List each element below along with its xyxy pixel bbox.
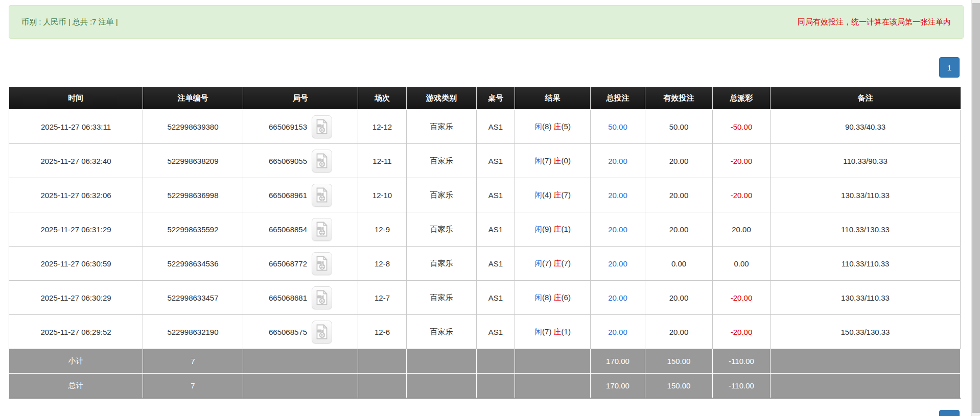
grand-total-empty-session	[358, 374, 407, 399]
video-file-icon	[315, 290, 329, 305]
cell-total-bet[interactable]: 20.00	[591, 178, 645, 212]
cell-round-number: 665069055	[243, 144, 358, 178]
cell-valid-bet: 20.00	[645, 212, 713, 247]
cell-table-number: AS1	[477, 110, 515, 144]
bet-record-row: 2025-11-27 06:32:06 522998636998 6650689…	[9, 178, 961, 212]
grand-total-label: 总计	[9, 374, 143, 399]
grand-total-empty-remark	[771, 374, 961, 399]
round-number-text: 665068575	[269, 328, 307, 336]
result-banker-label: 庄	[554, 327, 562, 336]
cell-total-bet[interactable]: 20.00	[591, 315, 645, 349]
col-remark: 备注	[771, 87, 961, 110]
cell-remark: 130.33/110.33	[771, 281, 961, 315]
cell-time: 2025-11-27 06:29:52	[9, 315, 143, 349]
video-file-icon	[315, 222, 329, 237]
cell-bet-number: 522998632190	[143, 315, 243, 349]
bet-record-row: 2025-11-27 06:30:59 522998634536 6650687…	[9, 247, 961, 281]
result-player-label: 闲	[534, 293, 542, 302]
video-replay-button[interactable]	[312, 286, 332, 309]
cell-remark: 110.33/130.33	[771, 212, 961, 247]
result-banker-score: (7)	[562, 190, 571, 199]
cell-time: 2025-11-27 06:33:11	[9, 110, 143, 144]
subtotal-empty-round	[243, 349, 358, 374]
cell-total-bet[interactable]: 20.00	[591, 281, 645, 315]
video-replay-button[interactable]	[312, 184, 332, 207]
result-player-score: (9)	[542, 225, 551, 233]
result-banker-label: 庄	[554, 156, 562, 165]
cell-total-bet[interactable]: 20.00	[591, 247, 645, 281]
cell-remark: 90.33/40.33	[771, 110, 961, 144]
cell-total-bet[interactable]: 50.00	[591, 110, 645, 144]
video-file-icon	[315, 256, 329, 271]
cell-valid-bet: 20.00	[645, 281, 713, 315]
cell-round-number: 665068575	[243, 315, 358, 349]
grand-total-empty-game	[407, 374, 477, 399]
pagination-page-1-top[interactable]: 1	[939, 57, 960, 78]
result-banker-label: 庄	[554, 122, 562, 131]
cell-valid-bet: 50.00	[645, 110, 713, 144]
cell-payout: -20.00	[713, 315, 771, 349]
subtotal-row: 小计 7 170.00 150.00 -110.00	[9, 349, 961, 374]
grand-total-count: 7	[143, 374, 243, 399]
subtotal-empty-game	[407, 349, 477, 374]
cell-round-number: 665068961	[243, 178, 358, 212]
vertical-scrollbar-thumb[interactable]	[972, 3, 980, 413]
cell-bet-number: 522998638209	[143, 144, 243, 178]
grand-total-row: 总计 7 170.00 150.00 -110.00	[9, 374, 961, 399]
cell-session: 12-7	[358, 281, 407, 315]
result-player-label: 闲	[534, 225, 542, 233]
result-banker-label: 庄	[554, 293, 562, 302]
round-number-text: 665069153	[269, 123, 307, 131]
bet-record-row: 2025-11-27 06:30:29 522998633457 6650686…	[9, 281, 961, 315]
subtotal-empty-table	[477, 349, 515, 374]
pagination-page-1-bottom[interactable]: 1	[939, 410, 960, 416]
grand-total-valid-bet: 150.00	[645, 374, 713, 399]
subtotal-empty-remark	[771, 349, 961, 374]
result-player-score: (8)	[542, 122, 551, 131]
result-banker-score: (6)	[562, 293, 571, 302]
cell-payout: -20.00	[713, 281, 771, 315]
col-result: 结果	[515, 87, 591, 110]
subtotal-valid-bet: 150.00	[645, 349, 713, 374]
cell-table-number: AS1	[477, 212, 515, 247]
video-replay-button[interactable]	[312, 252, 332, 275]
result-banker-score: (1)	[562, 327, 571, 336]
cell-valid-bet: 20.00	[645, 178, 713, 212]
cell-table-number: AS1	[477, 247, 515, 281]
subtotal-label: 小计	[9, 349, 143, 374]
cell-session: 12-12	[358, 110, 407, 144]
col-total-bet: 总投注	[591, 87, 645, 110]
cell-total-bet[interactable]: 20.00	[591, 144, 645, 178]
result-banker-score: (7)	[562, 259, 571, 267]
video-replay-button[interactable]	[312, 321, 332, 344]
cell-total-bet[interactable]: 20.00	[591, 212, 645, 247]
cell-result: 闲(7) 庄(0)	[515, 144, 591, 178]
cell-bet-number: 522998635592	[143, 212, 243, 247]
subtotal-payout: -110.00	[713, 349, 771, 374]
result-player-score: (7)	[542, 327, 551, 336]
round-number-text: 665068681	[269, 293, 307, 302]
vertical-scrollbar-track[interactable]	[971, 0, 980, 416]
video-replay-button[interactable]	[312, 115, 332, 138]
result-player-label: 闲	[534, 190, 542, 199]
header-row: 时间注单编号局号场次游戏类别桌号结果总投注有效投注总派彩备注	[9, 87, 961, 110]
bet-record-row: 2025-11-27 06:32:40 522998638209 6650690…	[9, 144, 961, 178]
video-replay-button[interactable]	[312, 150, 332, 173]
grand-total-payout: -110.00	[713, 374, 771, 399]
cell-session: 12-6	[358, 315, 407, 349]
cell-result: 闲(9) 庄(1)	[515, 212, 591, 247]
round-number-text: 665068854	[269, 225, 307, 234]
cell-payout: 0.00	[713, 247, 771, 281]
cell-valid-bet: 20.00	[645, 315, 713, 349]
cell-round-number: 665069153	[243, 110, 358, 144]
cell-game-type: 百家乐	[407, 110, 477, 144]
video-replay-button[interactable]	[312, 218, 332, 241]
bet-record-row: 2025-11-27 06:31:29 522998635592 6650688…	[9, 212, 961, 247]
cell-payout: -20.00	[713, 178, 771, 212]
cell-remark: 150.33/130.33	[771, 315, 961, 349]
currency-summary-text: 币别 : 人民币 | 总共 :7 注单 |	[21, 17, 118, 27]
bet-history-table-container: 时间注单编号局号场次游戏类别桌号结果总投注有效投注总派彩备注 2025-11-2…	[9, 87, 960, 399]
cell-result: 闲(8) 庄(6)	[515, 281, 591, 315]
cell-valid-bet: 0.00	[645, 247, 713, 281]
video-file-icon	[315, 153, 329, 168]
